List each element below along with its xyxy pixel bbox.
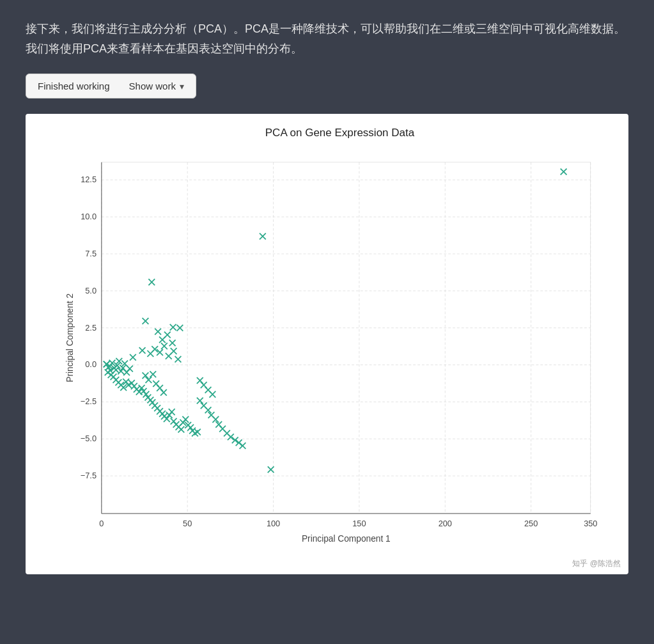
chart-title: PCA on Gene Expression Data [64, 127, 616, 139]
pca-svg: 0 50 100 150 200 250 350 12.5 10.0 7.5 5… [64, 146, 616, 555]
finished-working-label: Finished working [38, 81, 110, 91]
svg-text:−5.0: −5.0 [81, 434, 97, 443]
svg-text:350: 350 [584, 519, 597, 528]
show-work-label: Show work [129, 81, 176, 91]
svg-text:100: 100 [267, 519, 280, 528]
svg-text:−2.5: −2.5 [81, 397, 97, 407]
svg-text:Principal Component 2: Principal Component 2 [65, 294, 75, 382]
svg-text:50: 50 [183, 519, 192, 528]
svg-text:0.0: 0.0 [85, 360, 97, 370]
svg-text:200: 200 [439, 519, 452, 528]
chart-plot-area: 0 50 100 150 200 250 350 12.5 10.0 7.5 5… [64, 146, 616, 555]
svg-rect-1 [102, 162, 591, 514]
svg-text:5.0: 5.0 [85, 286, 97, 295]
svg-text:2.5: 2.5 [85, 323, 97, 333]
watermark: 知乎 @陈浩然 [572, 558, 621, 569]
intro-paragraph: 接下来，我们将进行主成分分析（PCA）。PCA是一种降维技术，可以帮助我们在二维… [26, 19, 628, 58]
chevron-down-icon: ▾ [180, 81, 184, 91]
show-work-button[interactable]: Show work ▾ [129, 81, 184, 91]
svg-text:10.0: 10.0 [81, 212, 97, 221]
finished-working-box[interactable]: Finished working Show work ▾ [26, 74, 196, 98]
svg-text:7.5: 7.5 [85, 249, 97, 258]
svg-text:0: 0 [99, 519, 104, 528]
svg-text:150: 150 [352, 519, 366, 528]
svg-text:Principal Component 1: Principal Component 1 [302, 534, 391, 544]
svg-text:12.5: 12.5 [81, 175, 97, 184]
svg-text:−7.5: −7.5 [81, 471, 97, 480]
pca-chart-container: PCA on Gene Expression Data [26, 114, 628, 574]
svg-text:250: 250 [524, 519, 538, 528]
